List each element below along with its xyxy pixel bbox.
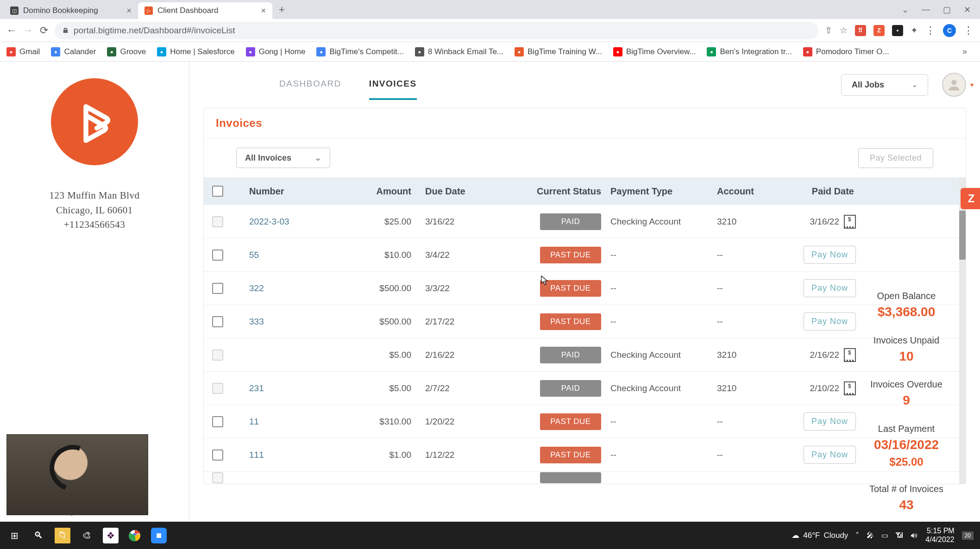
status-badge: PAID bbox=[540, 347, 601, 363]
user-avatar-menu[interactable] bbox=[942, 73, 966, 97]
close-tab-icon[interactable]: × bbox=[126, 6, 132, 16]
bookmark-item[interactable]: ●BigTime Training W... bbox=[515, 47, 602, 56]
browser-tab-client-dashboard[interactable]: ▷ Client Dashboard × bbox=[138, 2, 272, 19]
minimize-icon[interactable]: — bbox=[922, 5, 930, 14]
bookmark-label: BigTime Overview... bbox=[626, 47, 696, 56]
row-checkbox[interactable] bbox=[212, 416, 223, 427]
status-badge: PAST DUE bbox=[540, 280, 601, 297]
kebab-menu-icon[interactable]: ⋮ bbox=[963, 25, 974, 37]
bookmark-item[interactable]: ●Calander bbox=[51, 47, 96, 56]
app-icon[interactable]: 🎨︎ bbox=[79, 528, 94, 543]
toolbar-actions: ⇧ ☆ ⠿ Z • ✦ ⋮ C ⋮ bbox=[825, 24, 974, 37]
menu-dots-icon[interactable]: ⋮ bbox=[925, 25, 936, 37]
volume-icon[interactable]: 🔊︎ bbox=[911, 531, 918, 540]
chrome-icon[interactable] bbox=[127, 528, 143, 543]
row-checkbox[interactable] bbox=[212, 449, 223, 461]
stat-label: Open Balance bbox=[848, 289, 964, 303]
cell-number[interactable]: 322 bbox=[249, 283, 356, 293]
row-checkbox[interactable] bbox=[212, 283, 223, 294]
top-controls: DASHBOARD INVOICES All Jobs ⌄ bbox=[189, 62, 980, 108]
jobs-filter-dropdown[interactable]: All Jobs ⌄ bbox=[841, 74, 928, 96]
bookmark-item[interactable]: ●Pomodoro Timer O... bbox=[803, 47, 889, 56]
taskbar-clock[interactable]: 5:15 PM 4/4/2022 bbox=[925, 527, 954, 544]
reload-icon[interactable]: ⟳ bbox=[40, 25, 48, 37]
row-checkbox[interactable] bbox=[212, 316, 223, 327]
notification-count-badge[interactable]: 20 bbox=[962, 531, 974, 540]
clock-time: 5:15 PM bbox=[925, 527, 954, 535]
cell-amount: $5.00 bbox=[356, 350, 425, 360]
search-icon[interactable]: 🔍︎ bbox=[31, 528, 46, 543]
bookmark-favicon-icon: ● bbox=[157, 47, 166, 56]
cell-account: -- bbox=[717, 317, 777, 327]
tray-chevron-icon[interactable]: ˄ bbox=[855, 531, 859, 540]
cell-action: Pay Now bbox=[777, 312, 861, 331]
stat-total-invoices: 43 bbox=[848, 496, 964, 515]
extension-icon[interactable]: ⠿ bbox=[855, 25, 866, 36]
new-tab-button[interactable]: + bbox=[272, 4, 291, 16]
col-due-date[interactable]: Due Date bbox=[425, 186, 513, 197]
bookmark-item[interactable]: ●8 Winback Email Te... bbox=[415, 47, 503, 56]
slack-icon[interactable]: ❖ bbox=[103, 528, 119, 543]
cell-number[interactable]: 2022-3-03 bbox=[249, 217, 356, 227]
extension-icon[interactable]: Z bbox=[873, 25, 885, 36]
browser-tab-domino[interactable]: ◫ Domino Bookkeeping × bbox=[4, 2, 138, 19]
back-icon[interactable]: ← bbox=[6, 25, 17, 37]
start-menu-icon[interactable]: ⊞ bbox=[6, 528, 22, 543]
cell-number[interactable]: 111 bbox=[249, 450, 356, 460]
cell-number[interactable]: 11 bbox=[249, 417, 356, 427]
zoom-icon[interactable]: ■ bbox=[151, 528, 167, 543]
close-window-icon[interactable]: ✕ bbox=[964, 5, 971, 15]
bookmarks-overflow-icon[interactable]: » bbox=[962, 47, 974, 56]
select-all-checkbox[interactable] bbox=[212, 186, 223, 197]
bookmark-item[interactable]: ●Home | Salesforce bbox=[157, 47, 235, 56]
chevron-down-icon[interactable]: ⌄ bbox=[902, 5, 909, 15]
bookmark-item[interactable]: ●BigTime's Competit... bbox=[316, 47, 403, 56]
row-checkbox bbox=[212, 349, 223, 361]
weather-widget[interactable]: ☁ 46°F Cloudy bbox=[792, 530, 848, 540]
file-explorer-icon[interactable]: 📁︎ bbox=[55, 528, 70, 543]
cell-number[interactable]: 231 bbox=[249, 383, 356, 393]
mic-icon[interactable]: 🎤︎ bbox=[867, 531, 874, 540]
maximize-icon[interactable]: ▢ bbox=[943, 5, 951, 15]
cell-number[interactable]: 55 bbox=[249, 250, 356, 260]
col-status[interactable]: Current Status bbox=[513, 186, 610, 197]
row-checkbox[interactable] bbox=[212, 250, 223, 261]
cell-amount: $500.00 bbox=[356, 283, 425, 293]
forward-icon[interactable]: → bbox=[23, 25, 33, 37]
mouse-cursor bbox=[541, 275, 548, 286]
col-payment-type[interactable]: Payment Type bbox=[610, 186, 717, 197]
stats-sidebar: Open Balance $3,368.00 Invoices Unpaid 1… bbox=[848, 141, 964, 527]
tab-invoices[interactable]: INVOICES bbox=[369, 69, 417, 100]
webcam-overlay[interactable] bbox=[6, 434, 148, 515]
bookmark-star-icon[interactable]: ☆ bbox=[840, 25, 848, 36]
bookmark-item[interactable]: ●Ben's Integration tr... bbox=[707, 47, 792, 56]
wifi-icon[interactable]: 📶︎ bbox=[896, 531, 903, 540]
tab-dashboard[interactable]: DASHBOARD bbox=[279, 69, 341, 100]
col-paid-date[interactable]: Paid Date bbox=[777, 186, 861, 197]
share-icon[interactable]: ⇧ bbox=[825, 25, 832, 36]
bookmark-item[interactable]: ●Groove bbox=[107, 47, 146, 56]
extension-icon[interactable]: • bbox=[892, 25, 903, 36]
bookmark-item[interactable]: ●Gmail bbox=[6, 47, 40, 56]
omnibox[interactable]: 🔒︎ portal.bigtime.net/Dashboard#/invoice… bbox=[55, 22, 818, 39]
feedback-float-button[interactable]: Z bbox=[961, 188, 980, 209]
close-tab-icon[interactable]: × bbox=[261, 6, 266, 16]
bookmark-favicon-icon: ● bbox=[803, 47, 812, 56]
cell-number[interactable]: 333 bbox=[249, 317, 356, 327]
col-account[interactable]: Account bbox=[717, 186, 777, 197]
dropdown-label: All Invoices bbox=[245, 153, 291, 163]
col-amount[interactable]: Amount bbox=[356, 186, 425, 197]
cast-icon[interactable]: ▭ bbox=[881, 531, 888, 540]
col-number[interactable]: Number bbox=[249, 186, 356, 197]
table-row: $5.002/16/22PAIDChecking Account32102/16… bbox=[204, 338, 959, 372]
panel-title: Invoices bbox=[216, 117, 954, 130]
extensions-puzzle-icon[interactable]: ✦ bbox=[911, 25, 918, 36]
bookmark-item[interactable]: ●Gong | Home bbox=[246, 47, 306, 56]
stat-invoices-unpaid: 10 bbox=[848, 347, 964, 366]
cell-amount: $25.00 bbox=[356, 217, 425, 227]
profile-badge[interactable]: C bbox=[943, 24, 956, 37]
invoice-filter-dropdown[interactable]: All Invoices ⌄ bbox=[236, 148, 330, 168]
bookmark-item[interactable]: ●BigTime Overview... bbox=[613, 47, 696, 56]
bookmark-label: Gong | Home bbox=[259, 47, 306, 56]
stat-invoices-overdue: 9 bbox=[848, 391, 964, 410]
